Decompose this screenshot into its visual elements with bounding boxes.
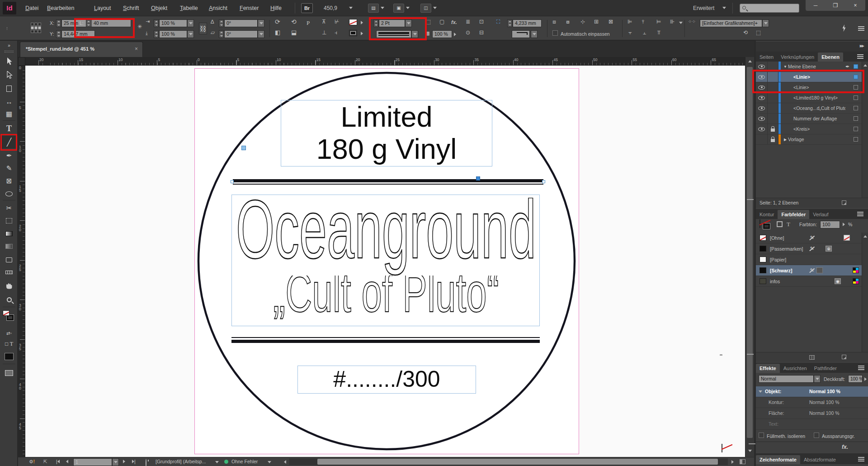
- expand-icon[interactable]: ▼: [783, 65, 788, 69]
- align-left-button[interactable]: ⊫: [627, 19, 632, 25]
- text-affect-icon[interactable]: T: [10, 341, 13, 347]
- visibility-cell[interactable]: [756, 82, 768, 92]
- vertical-scroll-thumb[interactable]: [747, 67, 753, 438]
- double-rule[interactable]: [231, 337, 540, 343]
- object-style-field[interactable]: [Einfacher Grafikrahmen]+: [700, 19, 762, 27]
- horizontal-scrollbar[interactable]: [289, 458, 728, 465]
- line-right-handle[interactable]: [542, 180, 545, 183]
- layer-row[interactable]: Nummer der Auflage ✒: [756, 114, 862, 124]
- blend-mode-dropdown[interactable]: [814, 375, 821, 383]
- length-field[interactable]: 40 mm: [91, 19, 131, 27]
- rotate-ccw-button[interactable]: ⟲: [291, 19, 297, 25]
- error-status-dropdown-icon[interactable]: [268, 461, 271, 463]
- measure-tool[interactable]: [0, 266, 18, 279]
- swatch-row[interactable]: infos ✎ ⊕ ◉: [756, 276, 862, 287]
- effects-panel-menu-icon[interactable]: [858, 366, 864, 370]
- opacity-field[interactable]: 100 %: [432, 30, 452, 38]
- effects-target-icon[interactable]: ⬚: [426, 19, 431, 25]
- x-stepper[interactable]: [56, 19, 61, 27]
- selected-line-object[interactable]: [233, 179, 543, 185]
- text-frame-edition[interactable]: #......../300: [297, 366, 476, 394]
- restore-button[interactable]: ❐: [828, 1, 843, 10]
- layers-panel-menu-icon[interactable]: [857, 54, 863, 59]
- screen-mode-dropdown-icon[interactable]: [406, 7, 410, 9]
- layer-name[interactable]: <Linie>: [788, 85, 845, 90]
- vertical-scrollbar[interactable]: [745, 57, 754, 457]
- lock-icon[interactable]: [771, 139, 775, 142]
- menu-item[interactable]: Bearbeiten: [45, 0, 76, 16]
- menu-item[interactable]: Objekt: [149, 0, 169, 16]
- formats-panel-menu-icon[interactable]: [858, 457, 864, 461]
- vertical-ruler[interactable]: 0510152025303540455: [18, 66, 25, 457]
- type-tool[interactable]: T: [0, 122, 18, 135]
- scale-x-dropdown[interactable]: [187, 19, 194, 27]
- corner-shape-dropdown[interactable]: [531, 30, 538, 38]
- zoom-dropdown-icon[interactable]: [349, 7, 353, 9]
- control-panel-menu-icon[interactable]: [858, 26, 864, 31]
- selection-indicator[interactable]: [854, 64, 858, 69]
- opacity-field[interactable]: 100 %: [848, 375, 863, 383]
- swatch-row[interactable]: [Ohne] ✎ ⊕ ◉: [756, 233, 862, 243]
- profile-dropdown-icon[interactable]: [215, 461, 219, 463]
- object-effects-icon[interactable]: ▢: [439, 19, 444, 25]
- layer-name[interactable]: Vorlage: [788, 137, 845, 142]
- layer-row[interactable]: <Linie> ✒: [756, 82, 862, 93]
- fill-proxy-swatch[interactable]: [3, 310, 9, 316]
- link-scale-icon[interactable]: ⛓: [199, 23, 207, 34]
- scroll-down-icon[interactable]: [748, 450, 752, 452]
- menu-item[interactable]: Tabelle: [178, 0, 200, 16]
- text-wrap-bounding-button[interactable]: ⊡: [479, 19, 484, 25]
- text-wrap-none-button[interactable]: ≣: [466, 19, 470, 25]
- visibility-cell[interactable]: [756, 103, 768, 113]
- minimize-button[interactable]: ─: [808, 1, 823, 10]
- eye-icon[interactable]: [758, 75, 765, 79]
- effects-target-row[interactable]: Fläche: Normal 100 %: [756, 408, 868, 419]
- clear-overrides-button[interactable]: ⟲: [743, 29, 748, 36]
- stroke-weight-field[interactable]: 2 Pt: [379, 19, 405, 27]
- distribute-button[interactable]: ⊪: [670, 19, 675, 25]
- object-style-dropdown[interactable]: [762, 19, 769, 27]
- stroke-weight-stepper[interactable]: [373, 19, 378, 27]
- shear-stepper[interactable]: [219, 30, 224, 38]
- select-previous-icon[interactable]: ⊬: [335, 19, 339, 25]
- text-wrap-object-button[interactable]: ⊙: [466, 29, 470, 36]
- align-right-button[interactable]: ⊨: [656, 19, 661, 25]
- gap-tool[interactable]: ↔: [0, 95, 18, 108]
- search-input[interactable]: [740, 4, 799, 13]
- eye-icon[interactable]: [758, 86, 765, 90]
- swatch-name[interactable]: [Schwarz]: [766, 268, 807, 273]
- selection-indicator[interactable]: [854, 85, 858, 90]
- text-frame-oceanground[interactable]: Oceanground „Cult of Pluto“: [231, 195, 540, 326]
- direct-selection-tool[interactable]: [0, 69, 18, 81]
- text-wrap-jump-button[interactable]: ⊟: [479, 29, 484, 36]
- tint-flyout-icon[interactable]: [843, 223, 845, 226]
- text-affect-icon[interactable]: T: [787, 221, 790, 228]
- lock-cell[interactable]: [768, 134, 778, 144]
- eye-icon[interactable]: [758, 127, 765, 131]
- fit-frame-to-content-button[interactable]: ⧇: [566, 19, 570, 25]
- stroke-style-preview[interactable]: [376, 30, 411, 38]
- lock-cell[interactable]: [768, 72, 778, 82]
- autofit-checkbox[interactable]: [552, 30, 558, 36]
- expand-icon[interactable]: ▶: [783, 138, 788, 142]
- share-icon[interactable]: ⇱: [43, 459, 47, 464]
- swatch-name[interactable]: infos: [766, 279, 807, 284]
- lock-cell[interactable]: [768, 93, 778, 103]
- horizontal-scroll-thumb[interactable]: [317, 459, 718, 465]
- fit-proportionally-button[interactable]: ⊞: [594, 19, 599, 25]
- menu-item[interactable]: Hilfe: [269, 0, 283, 16]
- pen-tool[interactable]: ✒: [0, 149, 18, 162]
- gradient-feather-tool[interactable]: [0, 240, 18, 252]
- layer-name[interactable]: <Oceang...d„Cult of Pluto“>: [788, 105, 845, 111]
- layers-scrollbar[interactable]: [862, 62, 868, 198]
- isolate-blending-checkbox[interactable]: [759, 433, 764, 438]
- lock-cell[interactable]: [768, 124, 778, 134]
- swatch-name[interactable]: [Passermarken]: [766, 246, 807, 252]
- close-button[interactable]: ×: [848, 1, 863, 10]
- swatch-name[interactable]: [Papier]: [766, 257, 807, 262]
- eye-icon[interactable]: [758, 106, 765, 110]
- content-collector-tool[interactable]: ▦: [0, 108, 18, 120]
- swatches-scrollbar[interactable]: [862, 233, 868, 352]
- scale-y-stepper[interactable]: [154, 30, 159, 38]
- line-center-handle[interactable]: [476, 176, 480, 181]
